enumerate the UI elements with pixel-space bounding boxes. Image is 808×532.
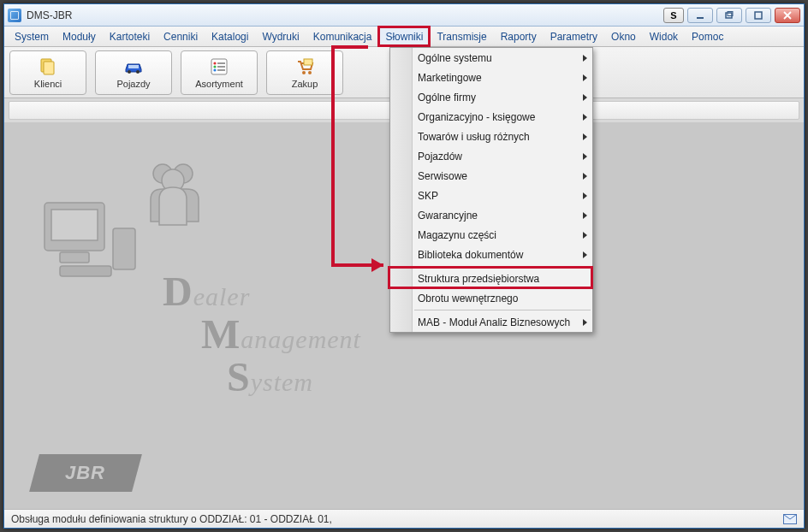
- dropdown-item-10[interactable]: Biblioteka dokumentów: [390, 245, 592, 264]
- menu-label: Komunikacja: [313, 31, 372, 43]
- statusbar: Obsługa modułu definiowania struktury o …: [4, 509, 804, 528]
- menu-komunikacja[interactable]: Komunikacja: [306, 27, 379, 46]
- dropdown-item-label: Magazynu części: [418, 229, 496, 241]
- close-button[interactable]: [775, 8, 800, 23]
- svg-rect-14: [217, 66, 225, 68]
- svg-rect-13: [217, 62, 225, 64]
- maximize-button[interactable]: [746, 8, 771, 23]
- menu-pomoc[interactable]: Pomoc: [685, 27, 730, 46]
- close-icon: [783, 11, 792, 20]
- dropdown-item-label: Gwarancyjne: [418, 210, 478, 222]
- dropdown-item-5[interactable]: Pojazdów: [390, 146, 592, 166]
- menu-label: Raporty: [501, 31, 537, 43]
- people-icon: [151, 164, 199, 225]
- menu-transmisje[interactable]: Transmisje: [430, 27, 493, 46]
- svg-rect-22: [113, 228, 135, 269]
- minimize-button[interactable]: [687, 8, 713, 23]
- dropdown-item-label: Ogólne systemu: [418, 52, 492, 64]
- window-title: DMS-JBR: [27, 9, 663, 21]
- dropdown-item-4[interactable]: Towarów i usług różnych: [390, 127, 592, 146]
- menu-modu-y[interactable]: Moduły: [56, 27, 103, 46]
- toolbar-label: Zakup: [292, 79, 318, 89]
- dropdown-item-7[interactable]: SKP: [390, 186, 592, 205]
- clients-icon: [38, 56, 58, 77]
- dropdown-item-label: Ogólne firmy: [418, 92, 476, 103]
- maximize-icon: [754, 11, 763, 20]
- menu-wydruki[interactable]: Wydruki: [255, 27, 306, 46]
- watermark-line3: System: [227, 353, 313, 400]
- menu-label: Wydruki: [262, 31, 299, 43]
- dropdown-item-1[interactable]: Marketingowe: [390, 68, 592, 87]
- dropdown-item-11[interactable]: Struktura przedsiębiorstwa: [390, 269, 592, 288]
- cart-icon: [294, 56, 315, 77]
- svg-rect-23: [60, 266, 111, 276]
- status-text: Obsługa modułu definiowania struktury o …: [11, 513, 332, 525]
- svg-point-6: [128, 70, 131, 74]
- dropdown-item-12[interactable]: Obrotu wewnętrznego: [390, 288, 592, 308]
- dropdown-item-label: Marketingowe: [418, 72, 482, 84]
- menu-label: Transmisje: [437, 31, 486, 43]
- toolbar-label: Klienci: [34, 79, 62, 89]
- menu-label: Moduły: [62, 31, 96, 43]
- menu-label: Cenniki: [163, 31, 198, 43]
- jbr-badge-text: JBR: [65, 462, 105, 484]
- dropdown-item-3[interactable]: Organizacyjno - księgowe: [390, 107, 592, 127]
- restore-button[interactable]: [716, 8, 742, 23]
- app-icon: [8, 9, 21, 22]
- toolbar-zakup[interactable]: Zakup: [266, 50, 343, 95]
- svg-rect-3: [755, 12, 762, 19]
- dropdown-item-8[interactable]: Gwarancyjne: [390, 205, 592, 225]
- title-controls: S: [663, 8, 800, 23]
- dropdown-item-label: SKP: [418, 190, 438, 202]
- menu-label: Widok: [650, 31, 678, 43]
- svg-point-7: [136, 70, 140, 74]
- svg-rect-8: [128, 65, 139, 68]
- titlebar: DMS-JBR S: [4, 4, 804, 27]
- menu-cenniki[interactable]: Cenniki: [157, 27, 205, 46]
- dropdown-item-13[interactable]: MAB - Moduł Analiz Biznesowych: [390, 312, 592, 332]
- menu-kartoteki[interactable]: Kartoteki: [103, 27, 157, 46]
- dropdown-separator: [414, 310, 591, 310]
- menu-okno[interactable]: Okno: [604, 27, 643, 46]
- menu-s-owniki[interactable]: Słowniki: [378, 27, 430, 46]
- menu-label: Okno: [611, 31, 636, 43]
- list-icon: [209, 56, 229, 77]
- dropdown-item-0[interactable]: Ogólne systemu: [390, 48, 592, 68]
- toolbar-pojazdy[interactable]: Pojazdy: [95, 50, 172, 95]
- dropdown-item-label: Pojazdów: [418, 151, 462, 163]
- dropdown-item-label: Towarów i usług różnych: [418, 131, 530, 143]
- svg-point-12: [213, 68, 216, 71]
- s-button[interactable]: S: [663, 8, 684, 23]
- dropdown-item-label: Biblioteka dokumentów: [418, 249, 523, 261]
- dropdown-item-label: Organizacyjno - księgowe: [418, 111, 535, 123]
- minimize-icon: [696, 11, 704, 20]
- svg-point-11: [213, 65, 216, 68]
- dropdown-item-2[interactable]: Ogólne firmy: [390, 87, 592, 107]
- toolbar-klienci[interactable]: Klienci: [9, 50, 86, 95]
- svg-rect-21: [60, 252, 89, 263]
- menu-system[interactable]: System: [8, 27, 56, 46]
- toolbar-asortyment[interactable]: Asortyment: [181, 50, 258, 95]
- slowniki-dropdown: Ogólne systemuMarketingoweOgólne firmyOr…: [389, 47, 593, 333]
- dropdown-item-9[interactable]: Magazynu części: [390, 225, 592, 245]
- menu-label: Parametry: [550, 31, 597, 43]
- menu-raporty[interactable]: Raporty: [494, 27, 544, 46]
- svg-rect-0: [697, 17, 704, 19]
- jbr-badge: JBR: [29, 454, 142, 492]
- watermark-line1: Dealer: [163, 268, 250, 315]
- svg-rect-20: [51, 210, 98, 240]
- menu-label: Pomoc: [692, 31, 723, 43]
- dropdown-item-6[interactable]: Serwisowe: [390, 166, 592, 186]
- dropdown-separator: [414, 266, 591, 267]
- svg-rect-18: [304, 59, 312, 65]
- toolbar-label: Asortyment: [195, 79, 243, 89]
- menu-widok[interactable]: Widok: [643, 27, 685, 46]
- mail-icon[interactable]: [783, 514, 797, 524]
- menubar: SystemModułyKartotekiCennikiKatalogiWydr…: [4, 27, 804, 47]
- restore-icon: [725, 11, 734, 20]
- menu-label: Słowniki: [385, 31, 423, 43]
- svg-point-10: [213, 62, 216, 64]
- menu-katalogi[interactable]: Katalogi: [205, 27, 255, 46]
- menu-parametry[interactable]: Parametry: [544, 27, 604, 46]
- dropdown-item-label: Serwisowe: [418, 170, 467, 182]
